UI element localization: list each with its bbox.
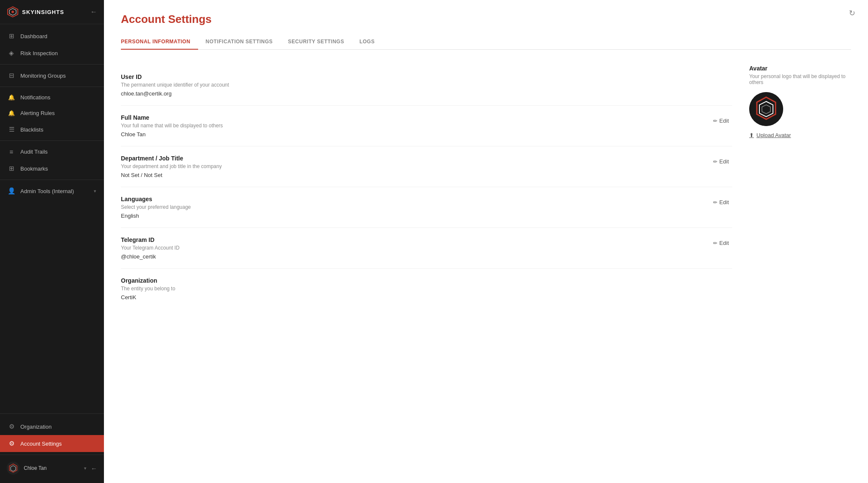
- main-content: ↻ Account Settings PERSONAL INFORMATION …: [104, 0, 868, 483]
- sidebar-item-label: Notifications: [20, 94, 50, 101]
- tab-logs[interactable]: LOGS: [359, 34, 382, 50]
- edit-languages-button[interactable]: ✏ Edit: [710, 197, 732, 207]
- edit-label: Edit: [720, 240, 729, 246]
- user-name: Chloe Tan: [24, 465, 80, 471]
- tab-security-settings[interactable]: SECURITY SETTINGS: [288, 34, 352, 50]
- tab-notification-settings[interactable]: NOTIFICATION SETTINGS: [206, 34, 280, 50]
- sidebar-item-label: Blacklists: [20, 126, 43, 133]
- notifications-icon: 🔔: [8, 94, 15, 101]
- organization-icon: ⚙: [8, 423, 15, 430]
- sidebar-item-account-settings[interactable]: ⚙ Account Settings: [0, 435, 104, 452]
- avatar-section: Avatar Your personal logo that will be d…: [749, 65, 851, 309]
- field-value-telegram-id: @chloe_certik: [121, 253, 701, 260]
- sidebar-item-alerting-rules[interactable]: 🔔 Alerting Rules: [0, 105, 104, 121]
- sidebar-item-risk-inspection[interactable]: ◈ Risk Inspection: [0, 45, 104, 62]
- tab-personal-information[interactable]: PERSONAL INFORMATION: [121, 34, 198, 50]
- field-info-full-name: Full Name Your full name that will be di…: [121, 114, 701, 138]
- nav-divider-1: [0, 64, 104, 65]
- edit-department-button[interactable]: ✏ Edit: [710, 157, 732, 166]
- sidebar-item-blacklists[interactable]: ☰ Blacklists: [0, 121, 104, 138]
- upload-avatar-button[interactable]: ⬆ Upload Avatar: [749, 132, 851, 138]
- edit-label: Edit: [720, 158, 729, 165]
- field-info-languages: Languages Select your preferred language…: [121, 196, 701, 219]
- user-info[interactable]: Chloe Tan ▾ ←: [0, 458, 104, 479]
- sidebar-item-notifications[interactable]: 🔔 Notifications: [0, 90, 104, 105]
- content-layout: User ID The permanent unique identifier …: [121, 65, 851, 309]
- upload-avatar-label: Upload Avatar: [756, 132, 791, 138]
- sidebar-header: SKYINSIGHTS ←: [0, 0, 104, 24]
- field-row-user-id: User ID The permanent unique identifier …: [121, 65, 732, 106]
- field-info-department: Department / Job Title Your department a…: [121, 155, 701, 178]
- field-desc-languages: Select your preferred language: [121, 204, 701, 210]
- edit-telegram-button[interactable]: ✏ Edit: [710, 238, 732, 248]
- sidebar-item-bookmarks[interactable]: ⊞ Bookmarks: [0, 160, 104, 177]
- refresh-icon[interactable]: ↻: [849, 8, 855, 18]
- field-row-organization: Organization The entity you belong to Ce…: [121, 269, 732, 309]
- sidebar: SKYINSIGHTS ← ⊞ Dashboard ◈ Risk Inspect…: [0, 0, 104, 483]
- nav-divider-3: [0, 140, 104, 141]
- field-row-full-name: Full Name Your full name that will be di…: [121, 106, 732, 146]
- sidebar-item-label: Bookmarks: [20, 166, 48, 172]
- edit-label: Edit: [720, 118, 729, 124]
- svg-point-2: [11, 11, 14, 13]
- avatar-label: Avatar: [749, 65, 851, 72]
- avatar: [7, 462, 20, 475]
- field-value-user-id: chloe.tan@certik.org: [121, 90, 732, 97]
- tab-bar: PERSONAL INFORMATION NOTIFICATION SETTIN…: [121, 34, 851, 50]
- risk-inspection-icon: ◈: [8, 49, 15, 57]
- field-label-user-id: User ID: [121, 73, 732, 80]
- field-desc-user-id: The permanent unique identifier of your …: [121, 82, 732, 88]
- sidebar-item-audit-trails[interactable]: ≡ Audit Trails: [0, 143, 104, 160]
- app-name: SKYINSIGHTS: [22, 9, 64, 15]
- field-desc-department: Your department and job title in the com…: [121, 163, 701, 169]
- bookmarks-icon: ⊞: [8, 165, 15, 172]
- blacklists-icon: ☰: [8, 126, 15, 133]
- edit-icon: ✏: [713, 118, 717, 124]
- sidebar-nav: ⊞ Dashboard ◈ Risk Inspection ⊟ Monitori…: [0, 24, 104, 413]
- admin-tools-icon: 👤: [8, 187, 15, 195]
- edit-full-name-button[interactable]: ✏ Edit: [710, 116, 732, 126]
- sidebar-item-monitoring-groups[interactable]: ⊟ Monitoring Groups: [0, 67, 104, 84]
- field-label-full-name: Full Name: [121, 114, 701, 121]
- field-desc-full-name: Your full name that will be displayed to…: [121, 123, 701, 129]
- field-row-languages: Languages Select your preferred language…: [121, 187, 732, 228]
- field-row-department: Department / Job Title Your department a…: [121, 146, 732, 187]
- field-info-telegram-id: Telegram ID Your Telegram Account ID @ch…: [121, 236, 701, 260]
- avatar-image: [749, 92, 783, 126]
- sidebar-item-label: Audit Trails: [20, 149, 48, 155]
- sidebar-item-admin-tools[interactable]: 👤 Admin Tools (Internal) ▾: [0, 183, 104, 199]
- field-info-user-id: User ID The permanent unique identifier …: [121, 73, 732, 97]
- page-title: Account Settings: [121, 13, 851, 26]
- user-menu-chevron: ▾: [84, 466, 87, 471]
- sidebar-item-label: Alerting Rules: [20, 110, 55, 116]
- sidebar-item-label: Risk Inspection: [20, 50, 58, 56]
- field-value-organization: CertiK: [121, 294, 732, 300]
- account-settings-icon: ⚙: [8, 440, 15, 447]
- edit-label: Edit: [720, 199, 729, 205]
- nav-divider-4: [0, 180, 104, 180]
- sidebar-item-label: Account Settings: [20, 441, 62, 447]
- field-value-department: Not Set / Not Set: [121, 172, 701, 178]
- sidebar-item-label: Admin Tools (Internal): [20, 188, 74, 194]
- nav-divider-2: [0, 87, 104, 87]
- sidebar-item-label: Organization: [20, 424, 52, 430]
- collapse-icon[interactable]: ←: [91, 465, 97, 472]
- chevron-down-icon: ▾: [94, 188, 96, 194]
- sidebar-item-organization[interactable]: ⚙ Organization: [0, 418, 104, 435]
- field-label-telegram-id: Telegram ID: [121, 236, 701, 243]
- sidebar-item-dashboard[interactable]: ⊞ Dashboard: [0, 28, 104, 45]
- sidebar-item-label: Monitoring Groups: [20, 73, 66, 79]
- monitoring-groups-icon: ⊟: [8, 72, 15, 79]
- field-label-languages: Languages: [121, 196, 701, 202]
- field-value-languages: English: [121, 213, 701, 219]
- sidebar-back-button[interactable]: ←: [90, 8, 97, 16]
- edit-icon: ✏: [713, 199, 717, 205]
- field-label-organization: Organization: [121, 277, 732, 284]
- field-info-organization: Organization The entity you belong to Ce…: [121, 277, 732, 300]
- fields-section: User ID The permanent unique identifier …: [121, 65, 732, 309]
- audit-trails-icon: ≡: [8, 148, 15, 155]
- upload-icon: ⬆: [749, 132, 754, 138]
- sidebar-footer: ⚙ Organization ⚙ Account Settings Chloe …: [0, 413, 104, 483]
- sidebar-item-label: Dashboard: [20, 33, 48, 39]
- edit-icon: ✏: [713, 240, 717, 246]
